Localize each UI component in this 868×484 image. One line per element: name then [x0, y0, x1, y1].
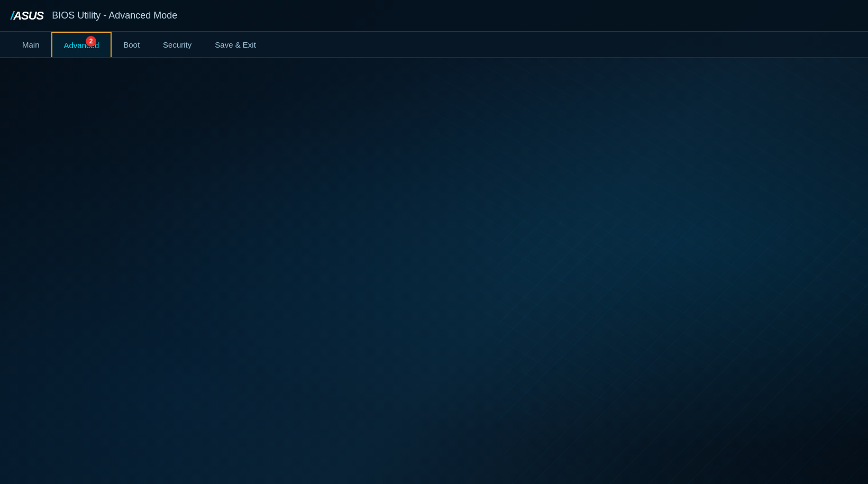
nav-bar: 2 Main Advanced Boot Security Save & Exi… — [0, 32, 868, 58]
background-lines — [0, 0, 868, 484]
tab-advanced[interactable]: Advanced — [51, 32, 112, 57]
bios-container: /ASUS BIOS Utility - Advanced Mode 2 Mai… — [0, 0, 868, 484]
header: /ASUS BIOS Utility - Advanced Mode — [0, 0, 868, 32]
header-title: BIOS Utility - Advanced Mode — [52, 10, 177, 21]
tab-main[interactable]: Main — [11, 32, 51, 57]
nav-badge: 2 — [86, 36, 96, 47]
asus-logo: /ASUS — [11, 9, 43, 23]
tab-security[interactable]: Security — [151, 32, 203, 57]
tab-save-exit[interactable]: Save & Exit — [203, 32, 268, 57]
tab-boot[interactable]: Boot — [112, 32, 151, 57]
